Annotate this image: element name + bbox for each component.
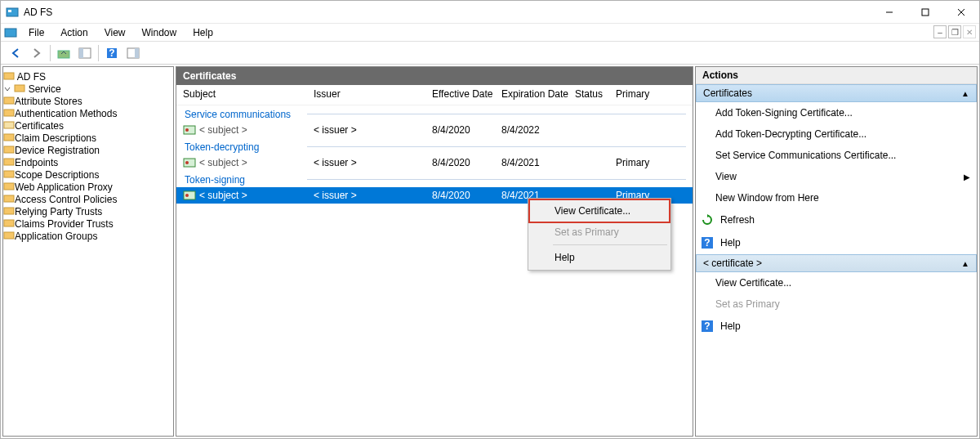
col-header-effective[interactable]: Effective Date <box>432 88 501 100</box>
cell-issuer: < issuer > <box>314 157 432 168</box>
maximize-button[interactable] <box>907 1 943 24</box>
tree-node-root[interactable]: AD FS <box>3 70 173 83</box>
menu-file[interactable]: File <box>20 25 52 40</box>
tree-node-attribute-stores[interactable]: Attribute Stores <box>3 95 173 107</box>
nav-forward-button[interactable] <box>27 44 47 62</box>
tree-label: Application Groups <box>15 231 97 242</box>
action-add-token-signing[interactable]: Add Token-Signing Certificate... <box>696 102 977 123</box>
action-add-token-decrypting[interactable]: Add Token-Decrypting Certificate... <box>696 123 977 145</box>
svg-rect-23 <box>4 183 14 190</box>
close-button[interactable] <box>943 1 979 24</box>
col-header-expiration[interactable]: Expiration Date <box>501 88 575 100</box>
tree-label: Authentication Methods <box>15 108 117 119</box>
tree-label: AD FS <box>17 71 46 83</box>
show-hide-action-button[interactable] <box>123 44 143 62</box>
svg-point-29 <box>185 128 189 132</box>
mdi-restore-button[interactable]: ❐ <box>948 25 961 38</box>
action-refresh[interactable]: Refresh <box>696 208 977 231</box>
tree-label: Service <box>29 83 61 95</box>
action-view-submenu[interactable]: View▶ <box>696 166 977 187</box>
svg-rect-9 <box>79 48 83 58</box>
tree-node-auth-methods[interactable]: Authentication Methods <box>3 107 173 119</box>
tree-node-scope-descriptions[interactable]: Scope Descriptions <box>3 168 173 181</box>
minimize-button[interactable] <box>871 1 907 24</box>
action-label: Add Token-Signing Certificate... <box>715 107 853 119</box>
action-label: Help <box>720 320 741 332</box>
col-header-issuer[interactable]: Issuer <box>314 88 432 100</box>
svg-rect-24 <box>4 195 14 202</box>
tree-node-application-groups[interactable]: Application Groups <box>3 230 173 242</box>
svg-rect-27 <box>4 232 14 239</box>
menu-window[interactable]: Window <box>134 25 185 40</box>
tree-node-certificates[interactable]: Certificates <box>3 119 173 132</box>
action-label: View Certificate... <box>715 277 791 289</box>
svg-rect-20 <box>4 146 14 153</box>
tree-label: Relying Party Trusts <box>15 206 102 217</box>
tree-label: Endpoints <box>15 157 58 168</box>
mdi-minimize-button[interactable]: – <box>933 25 947 38</box>
nav-back-button[interactable] <box>6 44 25 62</box>
tree-node-endpoints[interactable]: Endpoints <box>3 156 173 168</box>
svg-point-31 <box>185 161 189 164</box>
tree-node-claim-descriptions[interactable]: Claim Descriptions <box>3 132 173 144</box>
actions-group-label: Certificates <box>703 87 752 99</box>
menu-action[interactable]: Action <box>52 25 96 40</box>
certificate-row[interactable]: < subject > < issuer > 8/4/2020 8/4/2022 <box>176 122 693 138</box>
menu-bar: File Action View Window Help – ❐ ✕ <box>1 24 979 42</box>
svg-rect-26 <box>4 220 14 226</box>
tree-node-relying-party[interactable]: Relying Party Trusts <box>3 205 173 217</box>
menu-view[interactable]: View <box>96 25 134 40</box>
tree-node-web-app-proxy[interactable]: Web Application Proxy <box>3 181 173 193</box>
tree-node-access-control[interactable]: Access Control Policies <box>3 193 173 205</box>
certificate-row[interactable]: < subject > < issuer > 8/4/2020 8/4/2021… <box>176 155 693 171</box>
svg-rect-6 <box>5 29 16 37</box>
svg-text:?: ? <box>109 47 114 59</box>
cell-issuer: < issuer > <box>314 124 432 136</box>
chevron-down-icon[interactable] <box>3 85 11 93</box>
action-help[interactable]: ? Help <box>696 231 977 254</box>
chevron-right-icon: ▶ <box>964 172 970 181</box>
tree-label: Web Application Proxy <box>15 181 113 193</box>
collapse-icon[interactable]: ▲ <box>961 259 969 268</box>
collapse-icon[interactable]: ▲ <box>961 89 969 98</box>
svg-rect-1 <box>8 10 11 12</box>
cell-expiration: 8/4/2021 <box>501 157 575 168</box>
tree-label: Access Control Policies <box>15 194 117 205</box>
cell-effective: 8/4/2020 <box>432 124 501 136</box>
up-button[interactable] <box>54 44 74 62</box>
toolbar-separator <box>98 45 99 61</box>
col-header-subject[interactable]: Subject <box>183 88 314 100</box>
help-button[interactable]: ? <box>102 44 122 62</box>
cell-effective: 8/4/2020 <box>432 190 501 201</box>
svg-rect-16 <box>4 97 14 104</box>
cell-primary: Primary <box>616 157 665 168</box>
result-pane-title: Certificates <box>176 67 693 85</box>
col-header-primary[interactable]: Primary <box>616 88 665 100</box>
tree-node-device-registration[interactable]: Device Registration <box>3 144 173 156</box>
context-help[interactable]: Help <box>530 247 669 268</box>
window-title: AD FS <box>19 7 871 18</box>
actions-group-selected-cert[interactable]: < certificate > ▲ <box>696 254 977 272</box>
action-view-certificate[interactable]: View Certificate... <box>696 272 977 293</box>
tree-node-claims-provider[interactable]: Claims Provider Trusts <box>3 217 173 230</box>
help-icon: ? <box>701 320 714 333</box>
column-header-row: Subject Issuer Effective Date Expiration… <box>176 85 693 105</box>
menu-help[interactable]: Help <box>185 25 221 40</box>
context-view-certificate[interactable]: View Certificate... <box>530 200 669 222</box>
action-set-service-comm-cert[interactable]: Set Service Communications Certificate..… <box>696 145 977 166</box>
action-help-2[interactable]: ? Help <box>696 315 977 338</box>
scope-tree[interactable]: AD FS Service Attribute Stores Authentic… <box>2 66 174 437</box>
svg-rect-3 <box>922 9 929 16</box>
mdi-close-button[interactable]: ✕ <box>963 25 976 38</box>
app-icon <box>6 6 19 19</box>
action-new-window[interactable]: New Window from Here <box>696 187 977 208</box>
svg-rect-19 <box>4 134 14 141</box>
col-header-status[interactable]: Status <box>575 88 616 100</box>
show-hide-tree-button[interactable] <box>75 44 95 62</box>
context-separator <box>553 244 667 245</box>
group-token-signing: Token-signing <box>176 171 693 187</box>
svg-rect-22 <box>4 171 14 177</box>
context-menu: View Certificate... Set as Primary Help <box>528 198 671 271</box>
actions-group-certificates[interactable]: Certificates ▲ <box>696 84 977 102</box>
tree-node-service[interactable]: Service <box>3 83 173 95</box>
